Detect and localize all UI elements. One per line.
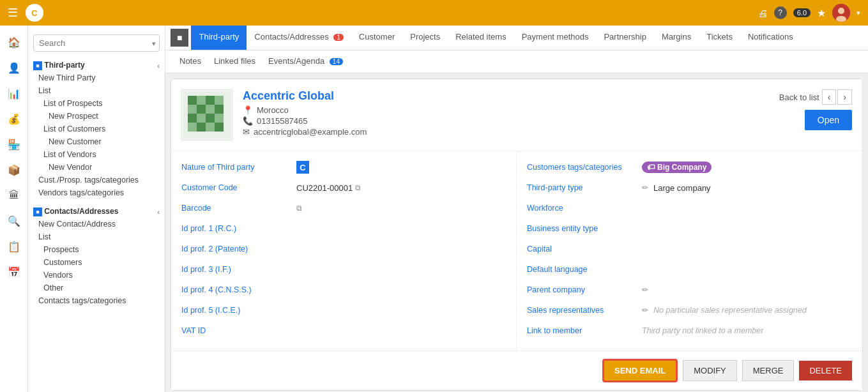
favorites-icon[interactable]: ★	[817, 7, 826, 19]
user-avatar[interactable]	[832, 4, 850, 22]
svg-point-1	[838, 8, 844, 14]
user-dropdown-icon[interactable]: ▾	[857, 9, 860, 17]
version-badge: 6.0	[793, 8, 811, 17]
print-icon[interactable]: 🖨	[758, 8, 768, 19]
app-logo: C	[26, 4, 43, 22]
hamburger-menu[interactable]: ☰	[8, 6, 18, 20]
avatar-image	[832, 4, 850, 22]
help-icon[interactable]: ?	[774, 6, 787, 19]
top-navbar: ☰ C 🖨 ? 6.0 ★ ▾	[0, 0, 868, 26]
